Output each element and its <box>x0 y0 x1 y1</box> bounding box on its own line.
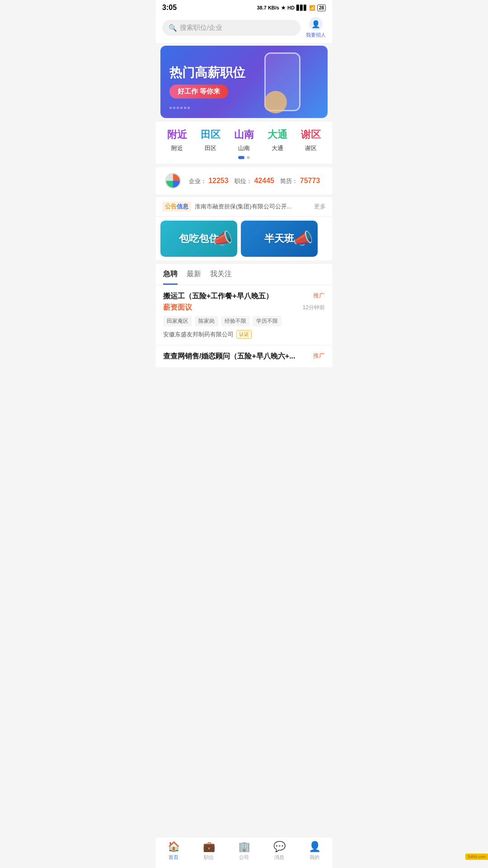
job-item-2[interactable]: 查查网销售/婚恋顾问（五险+早八晚六+... 推广 <box>156 345 332 368</box>
job-item-1-promo: 推广 <box>313 292 325 300</box>
search-bar: 🔍 搜索职位/企业 👤 我要招人 <box>156 14 332 43</box>
area-dot-1 <box>238 156 244 159</box>
area-tabs: 附近 附近 田区 田区 山南 山南 大通 大通 谢区 谢区 <box>156 128 332 152</box>
stat-resume: 简历： 75773 <box>277 177 323 185</box>
hd-icon: HD <box>287 5 295 10</box>
person-illustration <box>264 91 287 113</box>
job-item-1-time: 12分钟前 <box>303 304 325 311</box>
job-item-1-header: 搬运工（五险+工作餐+早八晚五） 推广 <box>163 292 325 301</box>
job-item-1-title: 搬运工（五险+工作餐+早八晚五） <box>163 292 310 301</box>
status-time: 3:05 <box>162 4 177 12</box>
notice-text: 淮南市融资担保(集团)有限公司公开... <box>195 203 310 211</box>
wifi-icon: 📶 <box>309 5 315 11</box>
stat-enterprise: 企业： 12253 <box>186 177 231 185</box>
job-item-1-company: 安徽东盛友邦制药有限公司 认证 <box>163 330 325 339</box>
area-label-shannan: 山南 <box>238 144 250 152</box>
status-bar: 3:05 38.7 KB/s ★ HD ▋▋▋ 📶 28 <box>156 0 332 14</box>
area-icon-shannan: 山南 <box>234 128 254 142</box>
banner-subtitle[interactable]: 好工作 等你来 <box>169 85 228 99</box>
category-banners: 包吃包住 📣 半天班 📣 <box>156 217 332 260</box>
stat-position-label: 职位： <box>235 178 252 184</box>
notice-bar[interactable]: 公告信息 淮南市融资担保(集团)有限公司公开... 更多 <box>156 197 332 216</box>
area-label-datong: 大通 <box>272 144 283 152</box>
network-speed: 38.7 KB/s <box>257 5 279 10</box>
megaphone-icon-1: 📣 <box>212 229 233 248</box>
area-label-xiequ: 谢区 <box>305 144 317 152</box>
job-item-2-header: 查查网销售/婚恋顾问（五险+早八晚六+... 推广 <box>163 352 325 361</box>
megaphone-icon-2: 📣 <box>293 229 313 248</box>
area-icon-fujin: 附近 <box>167 128 187 142</box>
job-item-1-tags: 田家庵区 陈家岗 经验不限 学历不限 <box>163 316 325 326</box>
cat-banner-halfday-text: 半天班 <box>264 232 294 245</box>
search-placeholder: 搜索职位/企业 <box>180 24 222 32</box>
recruit-button[interactable]: 👤 我要招人 <box>306 17 326 38</box>
area-pagination <box>156 152 332 161</box>
job-tab-latest[interactable]: 最新 <box>187 269 201 285</box>
company-name-1: 安徽东盛友邦制药有限公司 <box>163 330 234 339</box>
job-item-2-title: 查查网销售/婚恋顾问（五险+早八晚六+... <box>163 352 310 361</box>
area-tab-fujin[interactable]: 附近 附近 <box>167 128 187 152</box>
job-list: 搬运工（五险+工作餐+早八晚五） 推广 薪资面议 12分钟前 田家庵区 陈家岗 … <box>156 285 332 368</box>
battery-indicator: 28 <box>317 5 326 11</box>
job-tabs: 急聘 最新 我关注 <box>156 264 332 285</box>
stats-logo <box>165 173 181 189</box>
recruit-label: 我要招人 <box>306 32 326 38</box>
bluetooth-icon: ★ <box>281 5 286 11</box>
banner-title: 热门高薪职位 <box>169 65 245 80</box>
banner-text: 热门高薪职位 好工作 等你来 <box>160 56 254 108</box>
stat-enterprise-value: 12253 <box>208 177 229 184</box>
search-icon: 🔍 <box>169 24 177 32</box>
recruit-icon: 👤 <box>309 17 323 31</box>
notice-tag: 公告信息 <box>162 202 191 212</box>
cert-badge-1: 认证 <box>236 330 252 339</box>
stats-row: 企业： 12253 职位： 42445 简历： 75773 <box>156 167 332 194</box>
job-tag-district: 田家庵区 <box>163 316 192 326</box>
area-icon-datong: 大通 <box>267 128 287 142</box>
area-dot-2 <box>247 156 250 159</box>
search-input-wrap[interactable]: 🔍 搜索职位/企业 <box>162 20 300 36</box>
area-tab-datong[interactable]: 大通 大通 <box>267 128 287 152</box>
job-tab-urgent[interactable]: 急聘 <box>163 269 178 285</box>
signal-icon: ▋▋▋ <box>296 5 307 11</box>
job-tag-location: 陈家岗 <box>195 316 218 326</box>
stat-position-value: 42445 <box>254 177 274 184</box>
status-icons: 38.7 KB/s ★ HD ▋▋▋ 📶 28 <box>257 5 326 11</box>
area-tab-xiequ[interactable]: 谢区 谢区 <box>301 128 321 152</box>
job-item-1-salary: 薪资面议 <box>163 303 192 312</box>
job-tag-education: 学历不限 <box>253 316 282 326</box>
stat-enterprise-label: 企业： <box>189 178 206 184</box>
area-tab-shannan[interactable]: 山南 山南 <box>234 128 254 152</box>
stat-position: 职位： 42445 <box>231 177 277 185</box>
area-tab-tianqu[interactable]: 田区 田区 <box>201 128 221 152</box>
area-label-tianqu: 田区 <box>205 144 216 152</box>
stat-resume-label: 简历： <box>280 178 298 184</box>
area-section: 附近 附近 田区 田区 山南 山南 大通 大通 谢区 谢区 <box>156 122 332 164</box>
cat-banner-halfday[interactable]: 半天班 📣 <box>241 221 318 257</box>
area-icon-xiequ: 谢区 <box>301 128 321 142</box>
cat-banner-accommodation[interactable]: 包吃包住 📣 <box>160 221 237 257</box>
stat-resume-value: 75773 <box>300 177 320 184</box>
area-label-fujin: 附近 <box>171 144 183 152</box>
job-item-1[interactable]: 搬运工（五险+工作餐+早八晚五） 推广 薪资面议 12分钟前 田家庵区 陈家岗 … <box>156 285 332 345</box>
job-tag-experience: 经验不限 <box>221 316 250 326</box>
job-item-2-promo: 推广 <box>313 352 325 360</box>
banner[interactable]: 热门高薪职位 好工作 等你来 <box>160 46 328 118</box>
notice-more[interactable]: 更多 <box>314 203 326 211</box>
area-icon-tianqu: 田区 <box>201 128 221 142</box>
job-tab-followed[interactable]: 我关注 <box>210 269 232 285</box>
bottom-padding <box>156 368 332 400</box>
